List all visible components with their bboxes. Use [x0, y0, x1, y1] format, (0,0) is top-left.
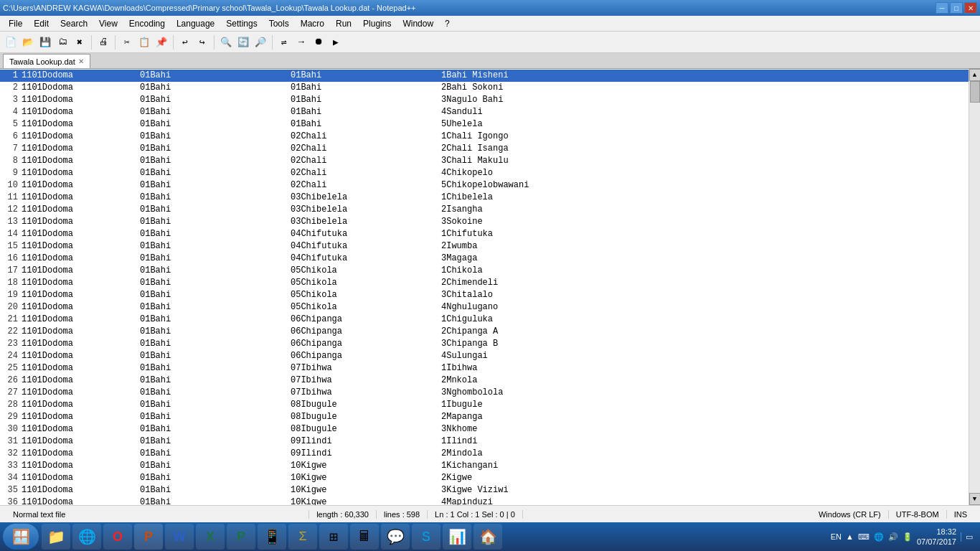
taskbar-app-home[interactable]: 🏠: [473, 524, 502, 550]
taskbar-app-explorer[interactable]: 📁: [42, 524, 70, 550]
text-line-19: 1101Dodoma01Bahi05Chikola3Chitalalo: [22, 289, 969, 301]
redo-button[interactable]: ↪: [194, 34, 210, 50]
replace-button[interactable]: 🔄: [235, 34, 251, 50]
close-button[interactable]: ✕: [964, 2, 977, 14]
text-line-7: 1101Dodoma01Bahi02Chali2Chali Isanga: [22, 143, 969, 155]
text-line-28: 1101Dodoma01Bahi08Ibugule1Ibugule: [22, 399, 969, 411]
menu-settings[interactable]: Settings: [220, 16, 263, 31]
line-number-12: 12: [0, 204, 22, 216]
text-line-8: 1101Dodoma01Bahi02Chali3Chali Makulu: [22, 155, 969, 167]
line-number-10: 10: [0, 179, 22, 192]
taskbar-app-calc[interactable]: 🖩: [350, 524, 379, 550]
text-area[interactable]: 1101Dodoma01Bahi01Bahi1Bahi Misheni1101D…: [22, 69, 969, 505]
menu-tools[interactable]: Tools: [263, 16, 295, 31]
paste-button[interactable]: 📌: [154, 34, 169, 50]
menu-encoding[interactable]: Encoding: [123, 16, 171, 31]
taskbar-app-opera[interactable]: O: [103, 524, 132, 550]
text-line-31: 1101Dodoma01Bahi09Ilindi1Ilindi: [22, 435, 969, 448]
line-number-30: 30: [0, 423, 22, 435]
print-button[interactable]: 🖨: [95, 34, 111, 50]
line-number-9: 9: [0, 167, 22, 179]
line-number-16: 16: [0, 253, 22, 265]
main-content: 1234567891011121314151617181920212223242…: [0, 69, 980, 505]
scroll-down-button[interactable]: ▼: [969, 493, 981, 505]
maximize-button[interactable]: □: [950, 2, 963, 14]
line-number-14: 14: [0, 228, 22, 240]
scroll-track[interactable]: [969, 81, 981, 493]
tab-label: Tawala Lookup.dat: [9, 57, 75, 66]
taskbar-app-project[interactable]: P: [227, 524, 255, 550]
taskbar-app-excel[interactable]: X: [196, 524, 225, 550]
line-number-4: 4: [0, 106, 22, 118]
taskbar-app-word[interactable]: W: [165, 524, 194, 550]
indent-button[interactable]: →: [293, 34, 309, 50]
document-tab[interactable]: Tawala Lookup.dat ✕: [3, 54, 90, 68]
text-line-5: 1101Dodoma01Bahi01Bahi5Uhelela: [22, 118, 969, 131]
new-button[interactable]: 📄: [3, 34, 19, 50]
wordwrap-button[interactable]: ⇌: [276, 34, 292, 50]
tab-close-button[interactable]: ✕: [78, 57, 84, 65]
taskbar-app-grid[interactable]: ⊞: [319, 524, 348, 550]
start-button[interactable]: 🪟: [3, 524, 39, 550]
taskbar-app-skype[interactable]: S: [412, 524, 440, 550]
menu-language[interactable]: Language: [171, 16, 220, 31]
taskbar-app-whatsapp[interactable]: 💬: [381, 524, 410, 550]
toolbar-separator-4: [214, 35, 215, 50]
line-number-15: 15: [0, 240, 22, 253]
menu-search[interactable]: Search: [55, 16, 93, 31]
taskbar-app-chrome[interactable]: 🌐: [72, 524, 101, 550]
open-button[interactable]: 📂: [20, 34, 36, 50]
line-number-13: 13: [0, 216, 22, 228]
menu-view[interactable]: View: [93, 16, 123, 31]
menu-plugins[interactable]: Plugins: [357, 16, 397, 31]
find-button[interactable]: 🔍: [218, 34, 234, 50]
text-line-13: 1101Dodoma01Bahi03Chibelela3Sokoine: [22, 216, 969, 228]
taskbar-app-sigma[interactable]: Σ: [288, 524, 317, 550]
line-number-20: 20: [0, 301, 22, 314]
line-number-5: 5: [0, 118, 22, 131]
up-arrow-icon[interactable]: ▲: [846, 532, 854, 541]
text-line-4: 1101Dodoma01Bahi01Bahi4Sanduli: [22, 106, 969, 118]
close-button[interactable]: ✖: [72, 34, 88, 50]
line-ending-status: Windows (CR LF): [811, 510, 889, 519]
toolbar-separator-5: [272, 35, 273, 50]
text-line-11: 1101Dodoma01Bahi03Chibelela1Chibelela: [22, 192, 969, 204]
copy-button[interactable]: 📋: [136, 34, 152, 50]
menu-help[interactable]: ?: [439, 16, 456, 31]
line-number-8: 8: [0, 155, 22, 167]
text-line-6: 1101Dodoma01Bahi02Chali1Chali Igongo: [22, 131, 969, 143]
menu-window[interactable]: Window: [397, 16, 439, 31]
menu-file[interactable]: File: [3, 16, 28, 31]
save-all-button[interactable]: 🗂: [55, 34, 70, 50]
line-number-19: 19: [0, 289, 22, 301]
scroll-thumb[interactable]: [970, 81, 980, 103]
run-button[interactable]: ▶: [328, 34, 344, 50]
status-bar: Normal text file length : 60,330 lines :…: [0, 505, 980, 522]
cut-button[interactable]: ✂: [119, 34, 135, 50]
vertical-scrollbar[interactable]: ▲ ▼: [969, 69, 980, 505]
line-number-27: 27: [0, 387, 22, 399]
menu-edit[interactable]: Edit: [28, 16, 55, 31]
taskbar-app-stats[interactable]: 📊: [443, 524, 471, 550]
taskbar-app-powerpoint[interactable]: P: [134, 524, 163, 550]
save-button[interactable]: 💾: [37, 34, 53, 50]
minimize-button[interactable]: ─: [936, 2, 948, 14]
title-bar-controls: ─ □ ✕: [936, 2, 977, 14]
zoom-in-button[interactable]: 🔎: [253, 34, 268, 50]
show-desktop-button[interactable]: ▭: [961, 532, 973, 542]
line-number-24: 24: [0, 350, 22, 362]
menu-macro[interactable]: Macro: [295, 16, 330, 31]
mode-status: INS: [947, 510, 974, 519]
taskbar-app-skype2[interactable]: 📱: [258, 524, 286, 550]
macro-button[interactable]: ⏺: [311, 34, 326, 50]
menu-run[interactable]: Run: [330, 16, 357, 31]
text-line-9: 1101Dodoma01Bahi02Chali4Chikopelo: [22, 167, 969, 179]
text-line-33: 1101Dodoma01Bahi10Kigwe1Kichangani: [22, 460, 969, 472]
line-number-28: 28: [0, 399, 22, 411]
date-display: 07/07/2017: [917, 537, 956, 547]
undo-button[interactable]: ↩: [177, 34, 193, 50]
scroll-up-button[interactable]: ▲: [969, 69, 981, 81]
text-line-3: 1101Dodoma01Bahi01Bahi3Nagulo Bahi: [22, 94, 969, 106]
text-line-23: 1101Dodoma01Bahi06Chipanga3Chipanga B: [22, 338, 969, 350]
text-line-21: 1101Dodoma01Bahi06Chipanga1Chiguluka: [22, 314, 969, 326]
